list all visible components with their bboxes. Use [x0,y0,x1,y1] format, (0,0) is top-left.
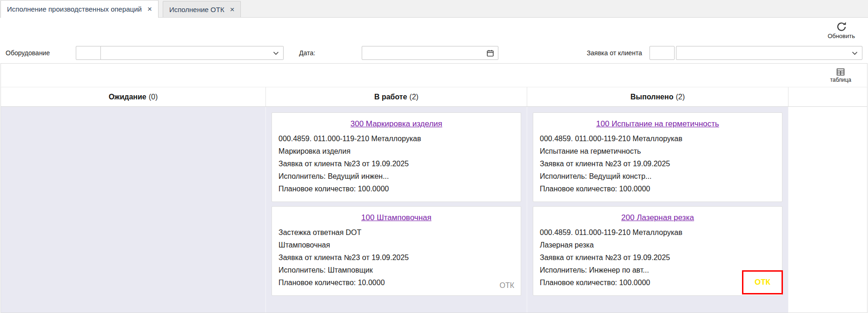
equipment-select[interactable] [101,46,284,60]
card-line: Лазерная резка [540,239,775,251]
kanban-board: 300 Маркировка изделия000.4859. 011.000-… [1,107,867,313]
column-header-1: Ожидание(0) [1,87,266,106]
card-line: Плановое количество: 100.0000 [540,183,775,195]
card-line: 000.4859. 011.000-119-210 Металлорукав [278,132,514,145]
card-line: Испытание на герметичность [540,145,775,157]
board-panel: таблица Ожидание(0)В работе(2)Выполнено(… [0,63,868,313]
card-line: Исполнитель: Ведущий констр... [540,170,775,183]
column-1 [1,107,266,313]
column-2: 300 Маркировка изделия000.4859. 011.000-… [266,107,527,313]
card-line: Исполнитель: Ведущий инжен... [278,170,514,183]
equipment-code-input[interactable] [76,46,101,60]
card-line: Исполнитель: Штамповщик [278,264,514,276]
table-grid-icon [836,67,845,77]
card-line: Плановое количество: 100.0000 [278,183,514,195]
chevron-down-icon [852,51,858,55]
refresh-icon [836,21,847,32]
card-line: Маркировка изделия [278,145,514,157]
column-title: В работе [374,93,407,101]
panel-toolbar: таблица [1,64,867,87]
otk-badge-highlighted: ОТК [742,270,783,294]
refresh-label: Обновить [828,33,855,39]
tab-otk[interactable]: Исполнение ОТК × [163,1,241,17]
column-count: (2) [676,93,685,101]
kanban-card[interactable]: 100 ШтамповочнаяЗастежка ответная DOTШта… [272,206,521,296]
actions-row: Обновить [0,18,868,43]
card-title-link[interactable]: 100 Испытание на герметичность [540,119,775,129]
card-line: Исполнитель: Инженер по авт... [540,264,775,276]
kanban-card[interactable]: 300 Маркировка изделия000.4859. 011.000-… [272,112,521,202]
card-line: 000.4859. 011.000-119-210 Металлорукав [540,132,775,145]
card-line: Плановое количество: 10.0000 [278,276,514,289]
kanban-card[interactable]: 200 Лазерная резка000.4859. 011.000-119-… [533,206,782,296]
table-view-label: таблица [830,77,851,83]
column-count: (2) [410,93,419,101]
card-title-link[interactable]: 200 Лазерная резка [540,213,775,222]
column-title: Выполнено [630,93,673,101]
tab-label: Исполнение производственных операций [7,5,142,13]
equipment-filter [76,46,284,60]
column-title: Ожидание [109,93,146,101]
board-spacer [788,107,867,313]
card-title-link[interactable]: 100 Штамповочная [278,213,514,222]
tab-bar: Исполнение производственных операций × И… [0,0,868,18]
board-header-spacer [788,87,867,106]
calendar-icon[interactable] [483,49,498,57]
tab-label: Исполнение ОТК [169,6,225,13]
column-count: (0) [149,93,158,101]
date-filter-label: Дата: [299,49,315,57]
board-header-row: Ожидание(0)В работе(2)Выполнено(2) [1,87,867,107]
column-header-2: В работе(2) [266,87,527,106]
card-line: 000.4859. 011.000-119-210 Металлорукав [540,226,775,239]
card-line: Плановое количество: 100.0000 [540,276,775,289]
client-request-select[interactable] [676,46,862,60]
card-line: Заявка от клиента №23 от 19.09.2025 [540,157,775,170]
tab-production-operations[interactable]: Исполнение производственных операций × [0,0,159,18]
close-icon[interactable]: × [147,5,152,13]
client-request-filter-label: Заявка от клиента [587,49,642,57]
equipment-filter-label: Оборудование [6,49,50,57]
otk-badge: ОТК [499,281,514,290]
column-3: 100 Испытание на герметичность000.4859. … [527,107,788,313]
close-icon[interactable]: × [230,6,234,13]
date-input[interactable] [362,47,483,59]
date-filter [362,46,498,60]
card-line: Заявка от клиента №23 от 19.09.2025 [278,251,514,264]
column-header-3: Выполнено(2) [527,87,788,106]
table-view-button[interactable]: таблица [830,67,851,83]
refresh-button[interactable]: Обновить [828,21,855,39]
filter-row: Оборудование Дата: Заявка от клиента [0,43,868,63]
card-title-link[interactable]: 300 Маркировка изделия [278,119,514,129]
client-request-code-input[interactable] [649,46,675,60]
kanban-card[interactable]: 100 Испытание на герметичность000.4859. … [533,112,782,202]
card-line: Заявка от клиента №23 от 19.09.2025 [540,251,775,264]
card-line: Заявка от клиента №23 от 19.09.2025 [278,157,514,170]
card-line: Застежка ответная DOT [278,226,514,239]
chevron-down-icon [273,51,279,55]
card-line: Штамповочная [278,239,514,251]
